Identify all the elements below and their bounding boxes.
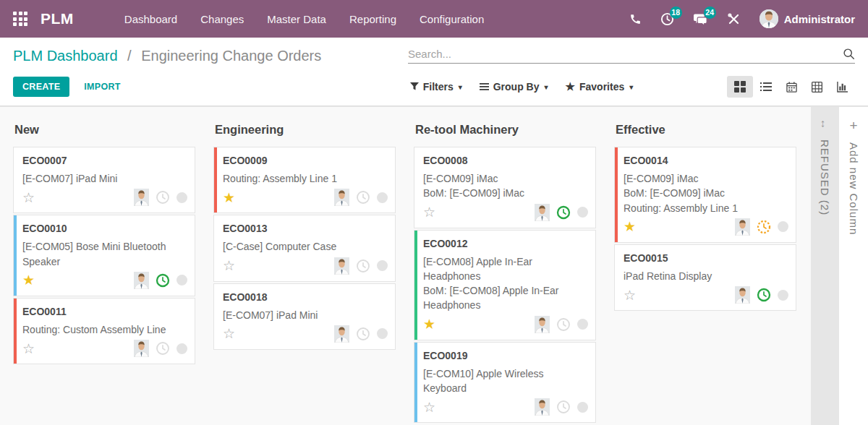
menu-dashboard[interactable]: Dashboard xyxy=(114,7,187,31)
search-input[interactable] xyxy=(408,48,843,60)
calendar-view-button[interactable] xyxy=(779,77,804,98)
activity-clock-icon[interactable] xyxy=(556,317,571,332)
priority-star-icon[interactable]: ☆ xyxy=(22,342,35,356)
card-color-bar xyxy=(414,343,417,423)
chevron-down-icon: ▾ xyxy=(629,83,633,91)
priority-star-icon[interactable]: ☆ xyxy=(223,327,235,340)
column-title[interactable]: Effective xyxy=(616,123,796,137)
favorites-dropdown[interactable]: ★ Favorites ▾ xyxy=(566,80,634,93)
card-description: [E-COM10] Apple Wireless Keyboard xyxy=(423,366,588,396)
menu-configuration[interactable]: Configuration xyxy=(409,7,494,31)
control-panel: PLM Dashboard / Engineering Change Order… xyxy=(0,38,868,106)
kanban-card[interactable]: ECO0007[E-COM07] iPad Mini☆ xyxy=(13,147,195,213)
kanban-state-dot[interactable] xyxy=(377,328,388,339)
activity-clock-icon[interactable] xyxy=(356,259,370,273)
graph-view-button[interactable] xyxy=(830,77,855,98)
priority-star-icon[interactable]: ☆ xyxy=(223,259,235,272)
card-reference: ECO0007 xyxy=(22,155,187,166)
card-footer: ☆ xyxy=(624,286,788,304)
activity-clock-icon[interactable] xyxy=(156,190,170,205)
add-new-column-button[interactable]: + Add new Column xyxy=(839,107,868,425)
folded-column-label: REFUSED (2) xyxy=(819,139,831,215)
menu-reporting[interactable]: Reporting xyxy=(339,7,407,31)
activity-clock-icon[interactable] xyxy=(356,190,370,205)
priority-star-icon[interactable]: ☆ xyxy=(624,288,636,302)
kanban-state-dot[interactable] xyxy=(778,221,788,232)
kanban-state-dot[interactable] xyxy=(176,343,187,354)
assignee-avatar xyxy=(535,316,550,333)
create-button[interactable]: CREATE xyxy=(13,77,69,97)
app-title[interactable]: PLM xyxy=(41,10,74,27)
kanban-state-dot[interactable] xyxy=(778,290,788,301)
kanban-card[interactable]: ECO0015iPad Retina Display☆ xyxy=(614,244,796,311)
messages-icon[interactable]: 24 xyxy=(693,12,708,26)
kanban-view-button[interactable] xyxy=(727,76,753,98)
kanban-state-dot[interactable] xyxy=(577,402,588,413)
activities-clock-icon[interactable]: 18 xyxy=(660,12,674,26)
activity-clock-icon[interactable] xyxy=(156,273,170,288)
menu-master-data[interactable]: Master Data xyxy=(257,7,336,31)
card-description: Routing: Assembly Line 1 xyxy=(624,201,788,215)
activity-clock-icon[interactable] xyxy=(556,400,571,414)
kanban-column: EffectiveECO0014[E-COM09] iMacBoM: [E-CO… xyxy=(614,116,796,424)
card-description: [E-COM08] Apple In-Ear Headphones xyxy=(423,254,588,284)
activity-clock-icon[interactable] xyxy=(757,288,771,302)
pivot-view-button[interactable] xyxy=(804,77,830,98)
priority-star-icon[interactable]: ★ xyxy=(22,273,35,287)
priority-star-icon[interactable]: ☆ xyxy=(423,400,435,414)
column-title[interactable]: Re-tool Machinery xyxy=(415,123,596,137)
activity-clock-icon[interactable] xyxy=(556,205,571,220)
apps-menu-icon[interactable] xyxy=(13,12,27,26)
group-by-dropdown[interactable]: Group By ▾ xyxy=(480,81,548,93)
card-footer: ☆ xyxy=(423,398,588,416)
tools-icon[interactable] xyxy=(727,12,741,26)
kanban-card[interactable]: ECO0018[E-COM07] iPad Mini☆ xyxy=(213,283,396,350)
card-color-bar xyxy=(14,215,17,296)
filters-dropdown[interactable]: Filters ▾ xyxy=(410,81,462,93)
card-footer: ☆ xyxy=(22,188,187,207)
activity-clock-icon[interactable] xyxy=(757,220,771,234)
kanban-card[interactable]: ECO0014[E-COM09] iMacBoM: [E-COM09] iMac… xyxy=(614,147,796,243)
kanban-card[interactable]: ECO0012[E-COM08] Apple In-Ear Headphones… xyxy=(414,230,596,340)
kanban-state-dot[interactable] xyxy=(577,207,588,218)
assignee-avatar xyxy=(134,189,149,206)
card-description: BoM: [E-COM08] Apple In-Ear Headphones xyxy=(423,283,588,313)
kanban-card[interactable]: ECO0009Routing: Assembly Line 1★ xyxy=(213,147,396,213)
priority-star-icon[interactable]: ★ xyxy=(423,317,435,331)
phone-icon[interactable] xyxy=(629,13,642,25)
priority-star-icon[interactable]: ★ xyxy=(624,220,636,233)
column-title[interactable]: New xyxy=(14,123,195,137)
kanban-state-dot[interactable] xyxy=(176,192,187,203)
kanban-card[interactable]: ECO0019[E-COM10] Apple Wireless Keyboard… xyxy=(414,342,596,424)
kanban-state-dot[interactable] xyxy=(577,319,588,330)
priority-star-icon[interactable]: ★ xyxy=(223,191,235,205)
priority-star-icon[interactable]: ☆ xyxy=(22,191,35,205)
kanban-card[interactable]: ECO0013[C-Case] Computer Case☆ xyxy=(213,215,396,281)
user-menu[interactable]: Administrator xyxy=(760,9,855,28)
kanban-card[interactable]: ECO0011Routing: Custom Assembly Line☆ xyxy=(13,298,195,364)
funnel-icon xyxy=(410,82,419,91)
kanban-card[interactable]: ECO0008[E-COM09] iMacBoM: [E-COM09] iMac… xyxy=(414,147,596,228)
import-button[interactable]: IMPORT xyxy=(84,82,120,92)
folded-column-refused[interactable]: ↔ REFUSED (2) xyxy=(811,107,839,425)
assignee-avatar xyxy=(735,218,750,236)
chevron-down-icon: ▾ xyxy=(545,83,548,91)
kanban-state-dot[interactable] xyxy=(377,192,388,203)
menu-changes[interactable]: Changes xyxy=(190,7,254,31)
card-reference: ECO0008 xyxy=(423,155,588,166)
card-reference: ECO0014 xyxy=(624,155,788,166)
card-description: [E-COM09] iMac xyxy=(423,171,588,186)
breadcrumb-parent[interactable]: PLM Dashboard xyxy=(13,48,118,64)
search-icon[interactable] xyxy=(843,48,855,60)
priority-star-icon[interactable]: ☆ xyxy=(423,205,435,219)
card-footer: ★ xyxy=(223,188,388,207)
column-title[interactable]: Engineering xyxy=(215,123,396,137)
chevron-down-icon: ▾ xyxy=(459,83,462,91)
activity-clock-icon[interactable] xyxy=(356,327,370,341)
activity-clock-icon[interactable] xyxy=(156,341,170,356)
kanban-card[interactable]: ECO0010[E-COM05] Bose Mini Bluetooth Spe… xyxy=(13,215,195,296)
kanban-state-dot[interactable] xyxy=(377,260,388,271)
kanban-state-dot[interactable] xyxy=(176,275,187,286)
list-view-button[interactable] xyxy=(753,77,779,97)
kanban-column: NewECO0007[E-COM07] iPad Mini☆ ECO0010[E… xyxy=(13,116,195,424)
